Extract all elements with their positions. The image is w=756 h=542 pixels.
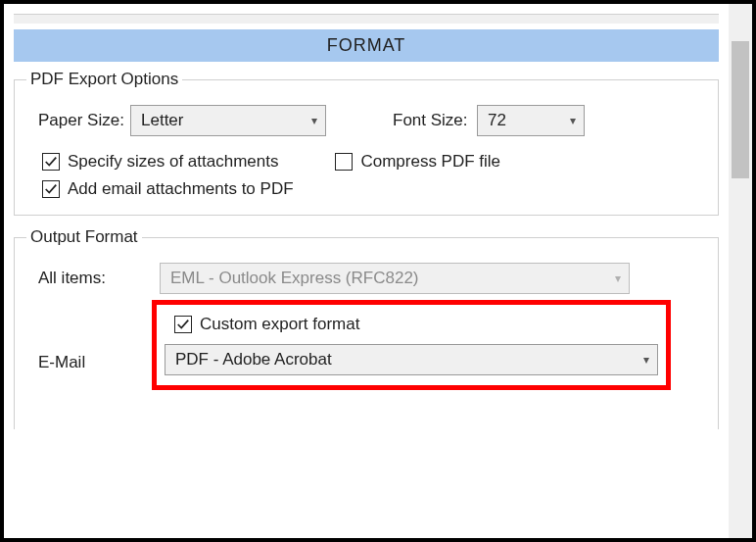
compress-pdf-label: Compress PDF file <box>360 152 500 172</box>
email-format-select[interactable]: PDF - Adobe Acrobat ▾ <box>165 344 658 375</box>
add-attachments-label: Add email attachments to PDF <box>68 179 294 199</box>
all-items-value: EML - Outlook Express (RFC822) <box>170 269 419 288</box>
pdf-export-options-legend: PDF Export Options <box>26 70 182 89</box>
paper-size-select[interactable]: Letter ▾ <box>130 105 326 136</box>
checkbox-icon <box>174 316 192 333</box>
paper-size-label: Paper Size: <box>26 111 122 130</box>
font-size-label: Font Size: <box>381 111 469 130</box>
font-size-value: 72 <box>488 111 506 130</box>
chevron-down-icon: ▾ <box>311 114 317 127</box>
email-format-value: PDF - Adobe Acrobat <box>175 350 332 370</box>
custom-export-format-label: Custom export format <box>200 315 359 334</box>
previous-section-edge <box>14 14 719 24</box>
output-format-legend: Output Format <box>26 227 142 247</box>
vertical-scrollbar[interactable] <box>729 4 752 538</box>
all-items-label: All items: <box>26 269 152 288</box>
custom-export-format-checkbox[interactable]: Custom export format <box>165 315 658 334</box>
highlighted-area: Custom export format PDF - Adobe Acrobat… <box>152 300 671 390</box>
pdf-export-options-group: PDF Export Options Paper Size: Letter ▾ … <box>14 70 719 216</box>
font-size-select[interactable]: 72 ▾ <box>477 105 585 136</box>
specify-sizes-label: Specify sizes of attachments <box>68 152 278 172</box>
checkbox-icon <box>42 153 60 171</box>
paper-size-value: Letter <box>141 111 183 130</box>
chevron-down-icon: ▾ <box>643 353 649 367</box>
compress-pdf-checkbox[interactable]: Compress PDF file <box>298 152 500 172</box>
all-items-select: EML - Outlook Express (RFC822) ▾ <box>160 263 630 294</box>
add-attachments-checkbox[interactable]: Add email attachments to PDF <box>26 179 294 199</box>
specify-sizes-checkbox[interactable]: Specify sizes of attachments <box>26 152 278 172</box>
email-label: E-Mail <box>26 353 152 372</box>
chevron-down-icon: ▾ <box>570 114 576 127</box>
output-format-group: Output Format All items: EML - Outlook E… <box>14 227 719 429</box>
format-section-header: FORMAT <box>14 29 719 62</box>
chevron-down-icon: ▾ <box>615 271 621 285</box>
scrollbar-thumb[interactable] <box>732 41 749 178</box>
checkbox-icon <box>42 180 60 198</box>
checkbox-icon <box>335 153 353 171</box>
